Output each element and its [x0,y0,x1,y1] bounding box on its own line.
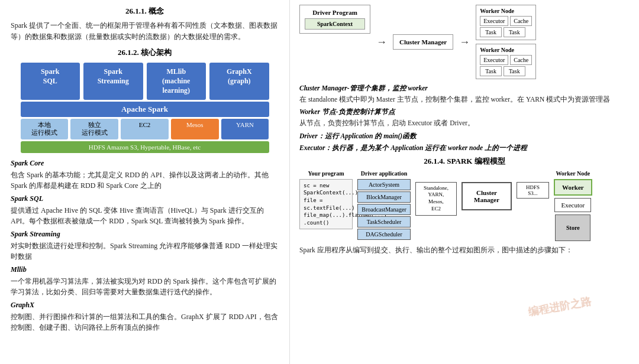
prog-model-diagram: Your program sc = new SparkContext(...) … [299,170,630,241]
apache-spark-bar: Apache Spark [21,102,269,117]
local-mode-box: 本地运行模式 [21,119,69,139]
hdfs-small-box: HDFSS3... [517,182,549,199]
spark-sql-text: 提供通过 Apache Hive 的 SQL 变体 Hive 查询语言（Hive… [11,205,279,226]
worker-right-col: Worker Node Worker Executor Store [554,170,592,241]
broadcast-manager-box: BroadcastManager [357,204,411,215]
mllib-title: Mllib [11,265,279,274]
worker-box-right: Worker [554,179,592,196]
worker-node-title-2: Worker Node [480,47,532,53]
concept-text: Spark 提供了一个全面、统一的框架用于管理各种有着不同性质（文本数据、图表数… [11,20,279,43]
driver-app-col: Driver application ActorSystem BlockMana… [357,170,411,241]
mllib-box: MLlib(machinelearning) [147,63,206,100]
spark-streaming-title: Spark Streaming [11,230,279,239]
standalone-col: Standalone,YARN,Mesos,EC2 [415,170,457,217]
bottom-text: Spark 应用程序从编写到提交、执行、输出的整个过程如图所示，图中描述的步骤如… [299,245,630,255]
left-panel: 26.1.1. 概念 Spark 提供了一个全面、统一的框架用于管理各种有着不同… [0,0,290,364]
store-box: Store [555,214,590,241]
block-manager-box: BlockManager [357,191,411,203]
task-scheduler-box: TaskScheduler [357,216,411,228]
driver-desc-title: Driver：运行 Application 的 main()函数 [299,132,630,141]
task-box-1b: Task [504,27,525,37]
cache-box-1: Cache [510,16,532,26]
code-box: sc = new SparkContext(...) file = sc.tex… [299,179,353,230]
standalone-mode-box: 独立运行模式 [70,119,118,139]
executor-box-1: Executor [480,16,508,26]
mesos-box: Mesos [171,119,219,139]
spark-streaming-text: 对实时数据流进行处理和控制。Spark Streaming 允许程序能够像普通 … [11,240,279,262]
executor-desc-title: Executor：执行器，是为某个 Application 运行在 worker… [299,144,630,152]
worker-node-title-1: Worker Node [480,8,532,14]
dag-scheduler-box: DAGScheduler [357,229,411,240]
hdfs-col: HDFSS3... [517,170,549,199]
spark-core-title: Spark Core [11,159,279,168]
worker-node-right-title: Worker Node [556,170,590,177]
arrow-1: → [376,36,387,48]
spark-sql-box: SparkSQL [21,63,80,100]
task-row-1: Task Task [480,27,532,37]
spark-sql-title: Spark SQL [11,194,279,203]
driver-app-title: Driver application [361,170,407,177]
hdfs-row: HDFS Amazon S3, Hypertable, HBase, etc [21,141,269,153]
cluster-diagram: Driver Program SparkContext → Cluster Ma… [299,5,630,79]
prog-model-title: 26.1.4. SPARK 编程模型 [299,156,630,167]
cluster-mgr-col: ClusterManager [462,170,512,210]
task-box-1a: Task [480,27,502,37]
right-panel: Driver Program SparkContext → Cluster Ma… [290,0,639,364]
ec2-box: EC2 [121,119,169,139]
spark-core-text: 包含 Spark 的基本功能；尤其是定义 RDD 的 API、操作以及这两者上的… [11,170,279,191]
standalone-box: Standalone,YARN,Mesos,EC2 [415,182,457,216]
executor-box-right: Executor [554,198,591,212]
bottom-row: 本地运行模式 独立运行模式 EC2 Mesos YARN [21,119,269,139]
worker-nodes-col: Worker Node Executor Cache Task Task Wor… [476,5,536,79]
graphx-box: GraphX(graph) [209,63,269,100]
task-box-2a: Task [480,66,502,76]
cluster-manager-desc: 在 standalone 模式中即为 Master 主节点，控制整个集群，监控 … [299,94,630,105]
cluster-mgr-big: ClusterManager [462,182,512,210]
your-program-col: Your program sc = new SparkContext(...) … [299,170,353,230]
worker-node-1: Worker Node Executor Cache Task Task [476,5,536,40]
cache-box-2: Cache [510,55,532,65]
your-program-title: Your program [308,170,344,177]
spark-streaming-box: SparkStreaming [83,63,143,100]
cluster-manager-box: Cluster Manager [393,34,453,50]
worker-node-desc: 从节点，负责控制计算节点，启动 Executor 或者 Driver。 [299,118,630,128]
graphx-title: GraphX [11,301,279,310]
cluster-manager-desc-title: Cluster Manager-管理个集群，监控 worker [299,84,630,93]
driver-program-label: Driver Program [305,9,365,16]
arrow-2: → [459,36,470,48]
task-box-2b: Task [504,66,525,76]
executor-cache-row-2: Executor Cache [480,55,532,65]
top-row: SparkSQL SparkStreaming MLlib(machinelea… [21,63,269,100]
arch-title: 26.1.2. 核心架构 [11,47,279,58]
executor-box-2: Executor [480,55,508,65]
task-row-2: Task Task [480,66,532,76]
spark-context-box: SparkContext [305,18,365,30]
worker-node-desc-title: Worker 节点-负责控制计算节点 [299,108,630,116]
arch-diagram: SparkSQL SparkStreaming MLlib(machinelea… [21,63,269,152]
section-title-concept: 26.1.1. 概念 [11,6,279,17]
actor-system-box: ActorSystem [357,179,411,190]
mllib-text: 一个常用机器学习算法库，算法被实现为对 RDD 的 Spark 操作。这个库包含… [11,276,279,297]
yarn-box: YARN [221,119,269,139]
worker-node-2: Worker Node Executor Cache Task Task [476,44,536,79]
graphx-text: 控制图、并行图操作和计算的一组算法和工具的集合。GraphX 扩展了 RDD A… [11,311,279,333]
executor-cache-row-1: Executor Cache [480,16,532,26]
driver-program-box: Driver Program SparkContext [299,5,370,34]
